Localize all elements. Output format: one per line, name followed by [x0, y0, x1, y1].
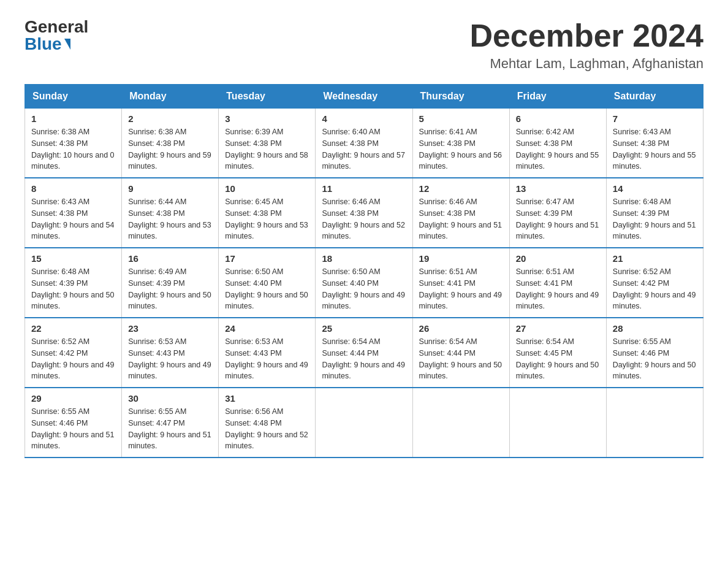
- day-number: 5: [419, 113, 503, 124]
- calendar-day-cell: 1 Sunrise: 6:38 AMSunset: 4:38 PMDayligh…: [25, 109, 122, 178]
- title-block: December 2024 Mehtar Lam, Laghman, Afgha…: [469, 18, 703, 72]
- logo: General Blue: [25, 18, 88, 53]
- day-info: Sunrise: 6:38 AMSunset: 4:38 PMDaylight:…: [31, 126, 115, 172]
- day-info: Sunrise: 6:54 AMSunset: 4:44 PMDaylight:…: [322, 336, 406, 382]
- day-info: Sunrise: 6:43 AMSunset: 4:38 PMDaylight:…: [31, 196, 115, 242]
- day-info: Sunrise: 6:51 AMSunset: 4:41 PMDaylight:…: [516, 266, 600, 312]
- day-info: Sunrise: 6:55 AMSunset: 4:46 PMDaylight:…: [31, 406, 115, 452]
- day-number: 31: [225, 393, 309, 404]
- day-number: 23: [128, 323, 212, 334]
- calendar-day-cell: 31 Sunrise: 6:56 AMSunset: 4:48 PMDaylig…: [219, 388, 316, 458]
- day-number: 30: [128, 393, 212, 404]
- calendar-day-cell: 15 Sunrise: 6:48 AMSunset: 4:39 PMDaylig…: [25, 248, 122, 318]
- calendar-day-cell: 6 Sunrise: 6:42 AMSunset: 4:38 PMDayligh…: [509, 109, 606, 178]
- calendar-day-cell: 16 Sunrise: 6:49 AMSunset: 4:39 PMDaylig…: [122, 248, 219, 318]
- day-info: Sunrise: 6:55 AMSunset: 4:46 PMDaylight:…: [613, 336, 697, 382]
- calendar-week-row: 1 Sunrise: 6:38 AMSunset: 4:38 PMDayligh…: [25, 109, 703, 178]
- calendar-day-cell: 13 Sunrise: 6:47 AMSunset: 4:39 PMDaylig…: [509, 178, 606, 248]
- calendar-week-row: 15 Sunrise: 6:48 AMSunset: 4:39 PMDaylig…: [25, 248, 703, 318]
- day-number: 2: [128, 113, 212, 124]
- calendar-day-cell: 14 Sunrise: 6:48 AMSunset: 4:39 PMDaylig…: [606, 178, 703, 248]
- day-info: Sunrise: 6:47 AMSunset: 4:39 PMDaylight:…: [516, 196, 600, 242]
- day-info: Sunrise: 6:48 AMSunset: 4:39 PMDaylight:…: [31, 266, 115, 312]
- calendar-day-cell: 24 Sunrise: 6:53 AMSunset: 4:43 PMDaylig…: [219, 318, 316, 388]
- logo-blue-text: Blue: [25, 36, 70, 53]
- day-number: 18: [322, 253, 406, 264]
- calendar-day-cell: 11 Sunrise: 6:46 AMSunset: 4:38 PMDaylig…: [316, 178, 412, 248]
- calendar-day-cell: 25 Sunrise: 6:54 AMSunset: 4:44 PMDaylig…: [316, 318, 412, 388]
- day-of-week-header: Tuesday: [219, 85, 316, 109]
- day-number: 1: [31, 113, 115, 124]
- calendar-day-cell: 9 Sunrise: 6:44 AMSunset: 4:38 PMDayligh…: [122, 178, 219, 248]
- day-info: Sunrise: 6:42 AMSunset: 4:38 PMDaylight:…: [516, 126, 600, 172]
- calendar-week-row: 29 Sunrise: 6:55 AMSunset: 4:46 PMDaylig…: [25, 388, 703, 458]
- calendar-day-cell: [509, 388, 606, 458]
- day-number: 8: [31, 183, 115, 194]
- month-year-title: December 2024: [469, 18, 703, 53]
- day-number: 29: [31, 393, 115, 404]
- calendar-day-cell: 21 Sunrise: 6:52 AMSunset: 4:42 PMDaylig…: [606, 248, 703, 318]
- day-number: 12: [419, 183, 503, 194]
- day-number: 9: [128, 183, 212, 194]
- calendar-day-cell: 10 Sunrise: 6:45 AMSunset: 4:38 PMDaylig…: [219, 178, 316, 248]
- day-number: 7: [613, 113, 697, 124]
- day-number: 4: [322, 113, 406, 124]
- calendar-day-cell: 19 Sunrise: 6:51 AMSunset: 4:41 PMDaylig…: [412, 248, 509, 318]
- calendar-day-cell: [606, 388, 703, 458]
- day-number: 25: [322, 323, 406, 334]
- day-info: Sunrise: 6:50 AMSunset: 4:40 PMDaylight:…: [322, 266, 406, 312]
- day-info: Sunrise: 6:48 AMSunset: 4:39 PMDaylight:…: [613, 196, 697, 242]
- calendar-day-cell: 17 Sunrise: 6:50 AMSunset: 4:40 PMDaylig…: [219, 248, 316, 318]
- calendar-week-row: 8 Sunrise: 6:43 AMSunset: 4:38 PMDayligh…: [25, 178, 703, 248]
- day-number: 3: [225, 113, 309, 124]
- day-info: Sunrise: 6:56 AMSunset: 4:48 PMDaylight:…: [225, 406, 309, 452]
- day-info: Sunrise: 6:53 AMSunset: 4:43 PMDaylight:…: [225, 336, 309, 382]
- day-info: Sunrise: 6:44 AMSunset: 4:38 PMDaylight:…: [128, 196, 212, 242]
- calendar-day-cell: 8 Sunrise: 6:43 AMSunset: 4:38 PMDayligh…: [25, 178, 122, 248]
- day-info: Sunrise: 6:52 AMSunset: 4:42 PMDaylight:…: [613, 266, 697, 312]
- calendar-day-cell: 12 Sunrise: 6:46 AMSunset: 4:38 PMDaylig…: [412, 178, 509, 248]
- day-number: 10: [225, 183, 309, 194]
- calendar-day-cell: 7 Sunrise: 6:43 AMSunset: 4:38 PMDayligh…: [606, 109, 703, 178]
- calendar-day-cell: 23 Sunrise: 6:53 AMSunset: 4:43 PMDaylig…: [122, 318, 219, 388]
- day-info: Sunrise: 6:55 AMSunset: 4:47 PMDaylight:…: [128, 406, 212, 452]
- day-of-week-header: Wednesday: [316, 85, 412, 109]
- calendar-week-row: 22 Sunrise: 6:52 AMSunset: 4:42 PMDaylig…: [25, 318, 703, 388]
- logo-triangle-icon: [64, 39, 70, 50]
- logo-general-text: General: [25, 18, 88, 36]
- day-number: 6: [516, 113, 600, 124]
- day-number: 13: [516, 183, 600, 194]
- calendar-day-cell: 30 Sunrise: 6:55 AMSunset: 4:47 PMDaylig…: [122, 388, 219, 458]
- calendar-day-cell: 5 Sunrise: 6:41 AMSunset: 4:38 PMDayligh…: [412, 109, 509, 178]
- calendar-day-cell: 2 Sunrise: 6:38 AMSunset: 4:38 PMDayligh…: [122, 109, 219, 178]
- day-of-week-header: Thursday: [412, 85, 509, 109]
- day-info: Sunrise: 6:38 AMSunset: 4:38 PMDaylight:…: [128, 126, 212, 172]
- day-of-week-header: Saturday: [606, 85, 703, 109]
- day-info: Sunrise: 6:49 AMSunset: 4:39 PMDaylight:…: [128, 266, 212, 312]
- calendar-table: SundayMondayTuesdayWednesdayThursdayFrid…: [25, 84, 703, 458]
- calendar-day-cell: 20 Sunrise: 6:51 AMSunset: 4:41 PMDaylig…: [509, 248, 606, 318]
- day-number: 16: [128, 253, 212, 264]
- calendar-day-cell: 26 Sunrise: 6:54 AMSunset: 4:44 PMDaylig…: [412, 318, 509, 388]
- day-number: 22: [31, 323, 115, 334]
- day-info: Sunrise: 6:45 AMSunset: 4:38 PMDaylight:…: [225, 196, 309, 242]
- day-info: Sunrise: 6:51 AMSunset: 4:41 PMDaylight:…: [419, 266, 503, 312]
- day-number: 28: [613, 323, 697, 334]
- day-of-week-header: Monday: [122, 85, 219, 109]
- day-info: Sunrise: 6:39 AMSunset: 4:38 PMDaylight:…: [225, 126, 309, 172]
- calendar-day-cell: 4 Sunrise: 6:40 AMSunset: 4:38 PMDayligh…: [316, 109, 412, 178]
- calendar-day-cell: 18 Sunrise: 6:50 AMSunset: 4:40 PMDaylig…: [316, 248, 412, 318]
- day-info: Sunrise: 6:52 AMSunset: 4:42 PMDaylight:…: [31, 336, 115, 382]
- day-info: Sunrise: 6:46 AMSunset: 4:38 PMDaylight:…: [419, 196, 503, 242]
- day-number: 15: [31, 253, 115, 264]
- page-header: General Blue December 2024 Mehtar Lam, L…: [25, 18, 703, 72]
- day-of-week-header: Sunday: [25, 85, 122, 109]
- calendar-day-cell: 3 Sunrise: 6:39 AMSunset: 4:38 PMDayligh…: [219, 109, 316, 178]
- calendar-day-cell: 28 Sunrise: 6:55 AMSunset: 4:46 PMDaylig…: [606, 318, 703, 388]
- day-number: 19: [419, 253, 503, 264]
- day-info: Sunrise: 6:43 AMSunset: 4:38 PMDaylight:…: [613, 126, 697, 172]
- day-info: Sunrise: 6:53 AMSunset: 4:43 PMDaylight:…: [128, 336, 212, 382]
- day-info: Sunrise: 6:40 AMSunset: 4:38 PMDaylight:…: [322, 126, 406, 172]
- day-info: Sunrise: 6:50 AMSunset: 4:40 PMDaylight:…: [225, 266, 309, 312]
- calendar-day-cell: 22 Sunrise: 6:52 AMSunset: 4:42 PMDaylig…: [25, 318, 122, 388]
